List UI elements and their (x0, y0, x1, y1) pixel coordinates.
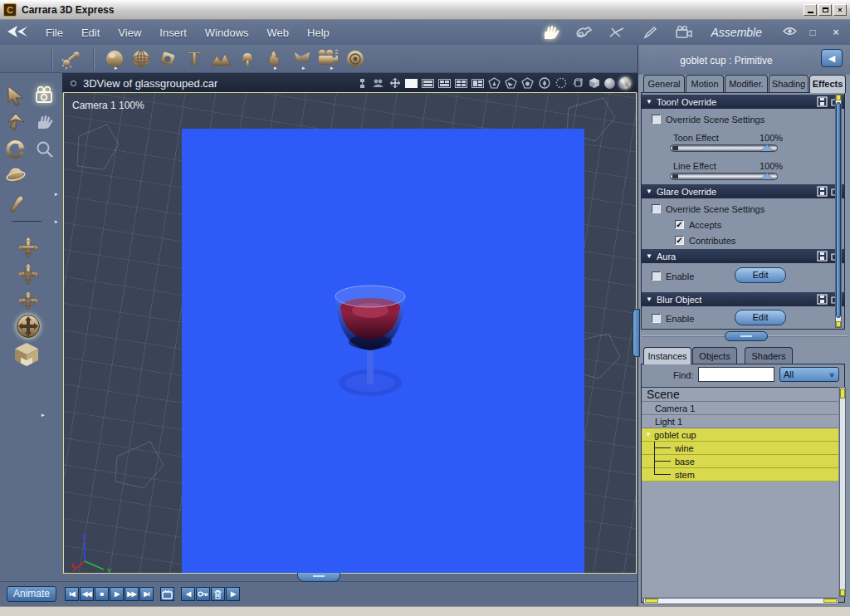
animate-button[interactable]: Animate (7, 586, 56, 602)
zoom-tool-icon[interactable] (32, 137, 58, 162)
move-xz-tool-icon[interactable] (15, 262, 42, 286)
crosshair-icon[interactable] (388, 78, 401, 89)
section-toon-override[interactable]: ▼ Toon! Override (642, 95, 844, 109)
save-preset-icon[interactable] (817, 186, 828, 197)
tab-shaders[interactable]: Shaders (745, 347, 793, 364)
ik-chain-tool-icon[interactable] (60, 47, 83, 71)
save-preset-icon[interactable] (817, 294, 828, 305)
preview-toggle-button[interactable] (160, 587, 174, 601)
rewind-button[interactable]: ◀◀ (80, 587, 94, 601)
send-to-position-icon[interactable] (538, 78, 550, 89)
scrollbar-thumb[interactable] (836, 102, 841, 318)
expand-icon[interactable]: ▼ (645, 431, 652, 438)
menu-view[interactable]: View (109, 27, 150, 39)
panel-splitter[interactable] (638, 330, 850, 342)
find-input[interactable] (698, 367, 774, 382)
line-effect-slider[interactable] (670, 173, 778, 180)
tab-motion[interactable]: Motion (686, 75, 724, 93)
scrollbar-thumb[interactable] (840, 389, 845, 398)
toon-effect-slider[interactable] (670, 144, 778, 152)
textured-shade-mode-icon[interactable] (619, 77, 631, 89)
flat-shade-mode-icon[interactable] (588, 78, 600, 89)
viewport-drawer-pull[interactable] (297, 573, 340, 582)
collapse-panel-icon[interactable]: □ (805, 27, 820, 38)
scrollbar-right-cap[interactable] (823, 599, 837, 603)
blur-edit-button[interactable]: Edit (735, 310, 786, 325)
tree-item-wine[interactable]: wine (642, 442, 838, 455)
camera-dropdown-icon[interactable]: ▸ (330, 65, 334, 71)
sphere-dropdown-icon[interactable]: ▸ (115, 65, 118, 71)
menu-insert[interactable]: Insert (150, 27, 196, 39)
layout-single-icon[interactable] (405, 79, 418, 88)
fire-dropdown-icon[interactable]: ▸ (274, 65, 277, 71)
texture-room-icon[interactable] (638, 24, 663, 41)
save-preset-icon[interactable] (817, 96, 828, 107)
tree-root-scene[interactable]: Scene (642, 388, 838, 402)
tab-modifier[interactable]: Modifier. (725, 75, 768, 93)
collapse-icon[interactable]: ▼ (646, 296, 652, 303)
tab-general[interactable]: General (643, 75, 685, 93)
scrollbar-left-cap[interactable] (645, 599, 658, 603)
vertex-object-icon[interactable] (156, 47, 179, 71)
collapse-icon[interactable]: ▼ (646, 188, 652, 195)
fast-forward-button[interactable]: ▶▶ (125, 587, 139, 601)
camera-top-view-icon[interactable] (521, 78, 534, 89)
close-button[interactable]: × (833, 4, 847, 16)
toon-override-checkbox[interactable] (652, 115, 661, 124)
glare-override-checkbox[interactable] (652, 204, 661, 213)
scale-tool-icon[interactable] (2, 110, 29, 134)
tree-item-stem[interactable]: stem (642, 468, 838, 482)
tree-item-goblet-cup[interactable]: ▼goblet cup (642, 428, 838, 442)
tab-shading[interactable]: Shading (769, 75, 808, 93)
universal-move-tool-icon[interactable] (15, 314, 42, 339)
assemble-hand-icon[interactable] (539, 24, 564, 41)
menu-file[interactable]: File (37, 27, 72, 39)
viewport-canvas[interactable]: Camera 1 100% z x y (63, 92, 637, 574)
zoom-dropdown-icon[interactable]: ▸ (55, 218, 58, 225)
save-preset-icon[interactable] (817, 251, 828, 262)
menu-help[interactable]: Help (298, 27, 339, 39)
scrollbar-top-cap[interactable] (836, 95, 841, 100)
section-glare-override[interactable]: ▼ Glare Override (642, 184, 844, 198)
layout-2pane-icon[interactable] (422, 79, 434, 88)
contributes-checkbox[interactable]: ✓ (675, 236, 684, 245)
minimize-button[interactable] (804, 4, 817, 16)
viewport-menu-icon[interactable] (71, 81, 76, 86)
camera-group-icon[interactable] (372, 78, 384, 89)
model-room-icon[interactable] (572, 24, 597, 41)
light-dropdown-icon[interactable]: ▸ (302, 65, 305, 71)
aura-enable-checkbox[interactable] (652, 271, 661, 281)
add-keyframe-button[interactable] (196, 587, 210, 601)
tab-effects[interactable]: Effects (809, 75, 846, 93)
eye-icon[interactable] (782, 27, 797, 38)
section-blur-object[interactable]: ▼ Blur Object (642, 292, 844, 306)
trackball-tool-icon[interactable] (2, 164, 29, 188)
viewport-header[interactable]: 3DView of glassgrouped.car (62, 73, 638, 93)
rotate-tool-icon[interactable] (2, 137, 29, 162)
text-tool-icon[interactable]: T (183, 47, 206, 71)
restore-button[interactable] (818, 4, 832, 16)
find-filter-dropdown[interactable]: All » (779, 367, 839, 382)
tab-objects[interactable]: Objects (692, 347, 737, 364)
light-tool-icon[interactable] (289, 47, 312, 71)
menu-web[interactable]: Web (258, 27, 299, 39)
tree-item-camera-1[interactable]: Camera 1 (642, 402, 838, 415)
wireframe-mode-icon[interactable] (571, 78, 584, 89)
go-start-button[interactable]: I◀ (65, 587, 79, 601)
aura-edit-button[interactable]: Edit (735, 267, 786, 283)
back-button[interactable]: ◀ (821, 49, 843, 67)
tab-instances[interactable]: Instances (643, 347, 691, 364)
blur-enable-checkbox[interactable] (652, 314, 661, 323)
hand-dropdown-icon[interactable]: ▸ (55, 191, 58, 198)
plant-icon[interactable] (236, 47, 259, 71)
section-aura[interactable]: ▼ Aura (642, 249, 844, 263)
prev-key-button[interactable]: ◀ (181, 587, 195, 601)
scrollbar-bottom-cap[interactable] (836, 321, 841, 327)
camera-pan-tool-icon[interactable] (32, 83, 58, 108)
accepts-checkbox[interactable]: ✓ (675, 220, 684, 229)
move-yz-tool-icon[interactable] (15, 288, 42, 313)
terrain-icon[interactable] (209, 47, 232, 71)
hand-pan-tool-icon[interactable] (32, 110, 58, 134)
spline-object-icon[interactable] (129, 47, 153, 71)
scrollbar-bottom-cap[interactable] (840, 589, 845, 596)
